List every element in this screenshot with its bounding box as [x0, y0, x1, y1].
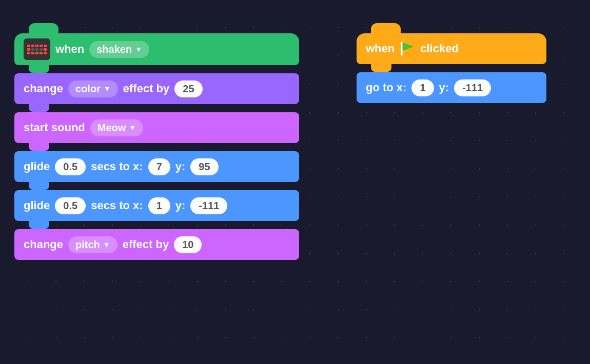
glide1-label: glide: [24, 160, 50, 173]
green-flag-icon: [400, 42, 415, 56]
effect-by-label-5: effect by: [123, 238, 169, 251]
hat-bottom-tab: [29, 64, 49, 73]
slot-top-1: [29, 73, 49, 81]
glide2-label: glide: [24, 199, 50, 212]
block4-bottom-tab: [29, 220, 49, 229]
start-sound-block[interactable]: start sound Meow ▼: [14, 112, 299, 143]
start-sound-wrapper: start sound Meow ▼: [14, 112, 299, 143]
glide1-x-input[interactable]: 7: [148, 158, 170, 175]
change-color-block[interactable]: change color ▼ effect by 25: [14, 73, 299, 104]
slot-top-5: [29, 229, 49, 237]
when-clicked-block[interactable]: when clicked: [357, 33, 546, 64]
when-clicked-when-label: when: [366, 42, 395, 55]
pitch-dropdown-arrow: ▼: [103, 240, 110, 249]
right-hat-bottom-tab: [371, 63, 391, 72]
goto-y-input[interactable]: -111: [454, 79, 491, 96]
color-effect-input[interactable]: 25: [174, 80, 202, 97]
slot-top-2: [29, 112, 49, 120]
right-block-stack: when clicked go to x: 1 y: -111: [357, 33, 546, 103]
meow-dropdown[interactable]: Meow ▼: [90, 119, 143, 136]
when-clicked-hat-wrapper: when clicked: [357, 33, 546, 64]
when-label: when: [55, 43, 84, 56]
glide1-block[interactable]: glide 0.5 secs to x: 7 y: 95: [14, 151, 299, 182]
block2-bottom-tab: [29, 142, 49, 151]
right-hat-bump: [371, 23, 401, 34]
flag-svg: [400, 42, 415, 56]
pitch-dropdown[interactable]: pitch ▼: [68, 236, 117, 253]
microbit-icon: [24, 38, 50, 60]
glide1-wrapper: glide 0.5 secs to x: 7 y: 95: [14, 151, 299, 182]
glide2-y-input[interactable]: -111: [190, 197, 227, 214]
goto-x-input[interactable]: 1: [411, 79, 434, 96]
effect-by-label-1: effect by: [123, 82, 169, 95]
when-shaken-block[interactable]: when shaken ▼: [14, 33, 299, 65]
color-dropdown-arrow: ▼: [104, 85, 111, 93]
secs-to-x-label-2: secs to x:: [91, 199, 143, 212]
glide2-wrapper: glide 0.5 secs to x: 1 y: -111: [14, 190, 299, 221]
slot-top-3: [29, 151, 49, 159]
clicked-label: clicked: [420, 42, 459, 55]
dropdown-arrow: ▼: [135, 45, 142, 53]
change-color-wrapper: change color ▼ effect by 25: [14, 73, 299, 104]
block1-bottom-tab: [29, 103, 49, 112]
goto-y-label: y:: [439, 81, 449, 94]
pitch-effect-input[interactable]: 10: [174, 236, 202, 253]
glide1-y-input[interactable]: 95: [190, 158, 218, 175]
change-label-5: change: [24, 238, 63, 251]
block3-bottom-tab: [29, 181, 49, 190]
goto-xy-wrapper: go to x: 1 y: -111: [357, 72, 546, 103]
y-label-2: y:: [175, 199, 186, 212]
shaken-dropdown[interactable]: shaken ▼: [89, 41, 149, 58]
glide2-block[interactable]: glide 0.5 secs to x: 1 y: -111: [14, 190, 299, 221]
y-label-1: y:: [175, 160, 186, 173]
secs-to-x-label-1: secs to x:: [91, 160, 143, 173]
right-slot-top: [371, 72, 391, 80]
hat-block-wrapper: when shaken ▼: [14, 33, 299, 65]
glide2-x-input[interactable]: 1: [148, 197, 170, 214]
meow-dropdown-arrow: ▼: [129, 124, 136, 132]
hat-bump: [29, 23, 58, 34]
change-pitch-wrapper: change pitch ▼ effect by 10: [14, 229, 299, 260]
change-pitch-block[interactable]: change pitch ▼ effect by 10: [14, 229, 299, 260]
goto-label: go to x:: [366, 81, 406, 94]
slot-top-4: [29, 190, 49, 198]
glide1-time-input[interactable]: 0.5: [55, 158, 86, 175]
svg-marker-1: [402, 43, 413, 51]
start-sound-label: start sound: [24, 121, 85, 134]
change-label-1: change: [24, 82, 63, 95]
color-dropdown[interactable]: color ▼: [68, 80, 118, 97]
glide2-time-input[interactable]: 0.5: [55, 197, 86, 214]
left-block-stack: when shaken ▼ change color ▼ effect by 2…: [14, 33, 299, 260]
